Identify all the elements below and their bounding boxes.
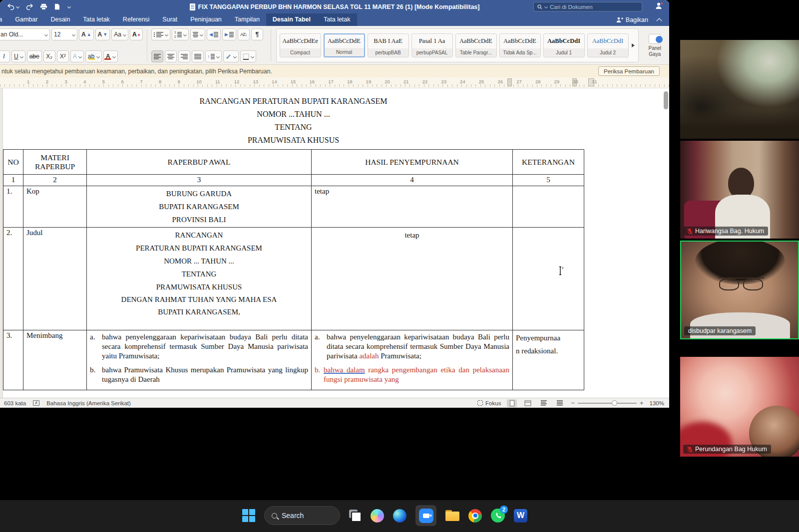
zoom-in-icon[interactable]: + [640,399,644,407]
tab-beranda[interactable]: Beranda [0,13,8,26]
task-view-button[interactable] [349,510,362,522]
account-icon[interactable] [655,2,663,11]
style-compact[interactable]: AaBbCcDdEeCompact [280,33,321,57]
numbering-button[interactable]: 12 [172,28,189,40]
document-canvas[interactable]: RANCANGAN PERATURAN BUPATI KARANGASEM NO… [0,88,669,398]
show-paragraph-marks-button[interactable]: ¶ [251,28,263,40]
copilot-icon[interactable] [371,509,384,523]
word-count[interactable]: 603 kata [4,400,26,406]
tab-referensi[interactable]: Referensi [116,13,156,26]
start-button[interactable] [242,509,255,522]
row-no: 2. [3,228,23,330]
qat-customize-caret-icon[interactable] [67,5,71,8]
justify-button[interactable] [192,50,204,62]
print-layout-view-button[interactable] [507,399,517,407]
search-in-document[interactable]: Cari di Dokumen [533,2,642,11]
highlight-button[interactable]: ab [85,50,102,62]
align-left-button[interactable] [151,50,163,62]
increase-indent-button[interactable]: ▶ [222,28,236,40]
style-table-paragraph[interactable]: AaBbCcDdETable Paragr... [455,33,497,57]
style-judul-2[interactable]: AaBbCcDdIJudul 2 [587,33,629,57]
ruler-column-marker[interactable] [507,78,512,86]
style-perbupbab[interactable]: BAB I AaEperbupBAB [368,33,409,57]
underline-button[interactable]: U [11,50,25,62]
decrease-indent-button[interactable]: ◀ [207,28,221,40]
ruler-number: 27 [516,79,522,84]
video-tile-hariwangsa[interactable]: Hariwangsa Bag. Hukum [680,141,799,239]
ruler[interactable]: 1234567891011121314151617181920212223242… [0,77,669,88]
align-right-button[interactable] [178,50,190,62]
font-color-button[interactable]: A [103,50,118,62]
shrink-font-button[interactable]: A▼ [95,28,110,40]
tab-desain[interactable]: Desain [44,13,76,26]
subscript-button[interactable]: X₂ [43,50,55,62]
italic-button[interactable]: I [0,50,10,62]
style-judul-1[interactable]: AaBbCcDdIJudul 1 [543,33,585,57]
font-size-combo[interactable]: 12 [51,28,77,40]
zoom-out-icon[interactable]: − [571,399,575,407]
styles-gallery-more-icon[interactable] [632,43,635,47]
video-tile-perundangan[interactable]: Perundangan Bag Hukum [680,357,799,457]
language-status[interactable]: Bahasa Inggris (Amerika Serikat) [46,400,131,406]
zoom-slider-thumb[interactable] [612,400,617,406]
whatsapp-icon[interactable]: 2 [491,509,505,523]
style-no-spacing[interactable]: AaBbCcDdETidak Ada Sp... [499,33,541,57]
align-center-button[interactable] [165,50,177,62]
superscript-button[interactable]: X² [57,50,69,62]
web-layout-view-button[interactable] [523,399,533,407]
borders-button[interactable] [240,50,256,62]
tab-tata-letak-tabel[interactable]: Tata letak [317,13,357,26]
col-number: 1 [3,175,23,186]
screen: FIX TANGGAPAN PERBUP BHN HARMON SELASA T… [0,0,799,532]
zoom-slider[interactable]: − + [571,399,643,407]
tab-desain-tabel[interactable]: Desain Tabel [266,13,317,26]
clear-formatting-button[interactable]: A♦ [130,28,143,40]
sort-button[interactable]: AZ↓ [238,28,250,40]
tab-gambar[interactable]: Gambar [8,13,44,26]
word-app-icon[interactable]: W [514,509,527,523]
row-no: 1. [3,186,23,228]
style-normal[interactable]: AaBbCcDdENormal [324,33,365,57]
line-spacing-button[interactable]: ↕ [205,50,222,62]
undo-button[interactable] [7,3,19,10]
focus-mode-button[interactable]: Fokus [477,400,501,406]
tab-tampilan[interactable]: Tampilan [228,13,266,26]
styles-pane-button[interactable]: Panel Gaya [643,28,668,62]
tab-tata-letak[interactable]: Tata letak [76,13,116,26]
tab-surat[interactable]: Surat [156,13,184,26]
ribbon-separator [271,29,271,61]
file-explorer-icon[interactable] [445,510,459,521]
col-header-materi: MATERI RAPERBUP [23,150,87,175]
collapse-ribbon-icon[interactable] [656,18,662,23]
multilevel-list-button[interactable] [190,28,205,40]
video-tile-divisi-ppph[interactable]: DIVISI PPPH [680,40,799,139]
share-button[interactable]: Bagikan [616,16,648,23]
redo-button[interactable] [26,3,33,10]
shading-button[interactable] [223,50,239,62]
print-button[interactable] [40,3,47,10]
grow-font-button[interactable]: A▲ [79,28,94,40]
zoom-percentage[interactable]: 130% [650,400,664,406]
tab-peninjauan[interactable]: Peninjauan [184,13,228,26]
new-document-button[interactable] [54,3,60,10]
draft-view-button[interactable] [555,399,565,407]
proofing-status-icon[interactable]: ✗ [33,400,39,406]
chrome-icon[interactable] [468,509,482,523]
style-perbuppasal[interactable]: Pasal 1 AaperbupPASAL [411,33,453,57]
zoom-app-icon-active[interactable] [415,505,436,526]
strikethrough-button[interactable]: abe [27,50,42,62]
ruler-number: 12 [234,79,240,84]
document-scrollbar[interactable] [664,90,669,396]
doc-title-line: TENTANG [3,121,584,134]
text-effects-button[interactable]: A [70,50,84,62]
check-updates-button[interactable]: Periksa Pembaruan [598,66,660,76]
edge-browser-icon[interactable] [393,509,406,523]
outline-view-button[interactable] [539,399,549,407]
font-name-combo[interactable]: an Old... [0,28,50,40]
taskbar-search[interactable]: Search [264,506,340,525]
change-case-button[interactable]: Aa [111,28,128,40]
video-tile-disbudpar-active-speaker[interactable]: disbudpar karangasem [680,241,799,339]
scrollbar-thumb[interactable] [664,91,668,109]
bullets-button[interactable] [151,28,170,40]
ruler-number: 18 [347,79,353,84]
